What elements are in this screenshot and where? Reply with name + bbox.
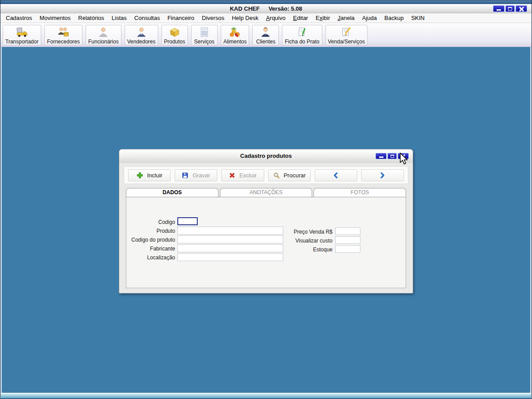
codigo-label: Codigo [126, 219, 175, 225]
toolbar-label: Clientes [256, 39, 275, 44]
toolbar-label: Vendedores [127, 39, 156, 44]
estoque-input[interactable] [335, 245, 360, 253]
dialog-close-button[interactable] [398, 153, 409, 159]
visualizar-custo-input[interactable] [335, 236, 360, 244]
toolbar-venda-servicos[interactable]: Venda/Serviços [325, 25, 368, 45]
localizacao-input[interactable] [177, 253, 283, 261]
toolbar-label: Transportador [5, 39, 39, 44]
incluir-label: Incluir [147, 172, 163, 179]
menu-diversos[interactable]: Diversos [202, 15, 224, 21]
toolbar-label: Produtos [164, 39, 185, 44]
excluir-label: Excluir [239, 172, 257, 179]
menu-movimentos[interactable]: Movimentos [39, 15, 70, 21]
fabricante-input[interactable] [177, 244, 283, 252]
visualizar-custo-label: Visualizar custo [284, 238, 332, 244]
toolbar-label: Alimentos [223, 39, 247, 44]
menu-editar[interactable]: Editar [293, 15, 308, 21]
toolbar-transportador[interactable]: Transportador [3, 25, 41, 45]
minimize-button[interactable] [493, 5, 505, 12]
toolbar-ficha-do-prato[interactable]: Ficha do Prato [282, 25, 322, 45]
maximize-button[interactable] [505, 5, 515, 12]
menu-janela[interactable]: Janela [337, 15, 354, 21]
maximize-icon [391, 155, 394, 158]
toolbar-fornecedores[interactable]: Fornecedores [44, 25, 82, 45]
previous-record-button[interactable] [315, 169, 357, 181]
menu-arquivo[interactable]: Arquivo [266, 15, 286, 21]
menu-skin[interactable]: SKIN [411, 15, 424, 21]
toolbar-clientes[interactable]: Clientes [252, 25, 279, 45]
client-icon [259, 26, 272, 39]
tab-dados[interactable]: DADOS [126, 188, 219, 197]
menu-exibir[interactable]: Exibir [316, 15, 330, 21]
minimize-icon [379, 156, 383, 158]
menu-listas[interactable]: Listas [112, 15, 127, 21]
menu-consultas[interactable]: Consultas [134, 15, 160, 21]
preco-venda-input[interactable] [335, 227, 360, 235]
tab-fotos[interactable]: FOTOS [313, 188, 406, 197]
toolbar-label: Venda/Serviços [328, 39, 365, 44]
window-frame-bottom [1, 393, 531, 399]
suppliers-icon [57, 26, 70, 39]
close-button[interactable] [516, 5, 527, 12]
excluir-button[interactable]: Excluir [221, 169, 264, 181]
save-floppy-icon [182, 172, 188, 179]
dados-tab-panel: Codigo Produto Codigo do produto Fabrica… [126, 197, 406, 288]
toolbar: Transportador Fornecedores Funcionários … [0, 23, 532, 47]
menu-ajuda[interactable]: Ajuda [362, 15, 377, 21]
dialog-tabs: DADOS ANOTAÇÕES FOTOS [126, 188, 406, 197]
sale-pencil-icon [340, 26, 352, 39]
toolbar-funcionarios[interactable]: Funcionários [86, 25, 121, 45]
product-box-icon [168, 26, 181, 39]
add-plus-icon [137, 172, 143, 179]
dialog-maximize-button[interactable] [387, 153, 397, 159]
tab-anotacoes[interactable]: ANOTAÇÕES [220, 188, 313, 197]
menu-relatorios[interactable]: Relatórios [78, 15, 104, 21]
toolbar-servicos[interactable]: Serviços [191, 25, 218, 45]
window-title: KAD CHEF Versão: 5.08 [230, 5, 302, 12]
dish-sheet-icon [296, 26, 308, 39]
toolbar-vendedores[interactable]: Vendedores [125, 25, 158, 45]
toolbar-label: Ficha do Prato [285, 39, 319, 44]
produto-input[interactable] [177, 227, 283, 235]
main-titlebar[interactable]: KAD CHEF Versão: 5.08 [0, 4, 532, 13]
incluir-button[interactable]: Incluir [128, 169, 171, 181]
procurar-label: Procurar [284, 172, 306, 179]
dialog-cadastro-produtos: Cadastro produtos Incluir Gravar Excluir… [119, 149, 413, 293]
gravar-button[interactable]: Gravar [175, 169, 217, 181]
maximize-icon [508, 7, 512, 11]
minimize-icon [497, 9, 501, 11]
menu-help-desk[interactable]: Help Desk [232, 15, 258, 21]
localizacao-label: Localização [126, 254, 175, 261]
codigo-input[interactable] [177, 217, 198, 225]
prev-chevron-icon [332, 172, 339, 179]
dialog-button-bar: Incluir Gravar Excluir Procurar [124, 166, 408, 184]
menu-bar: Cadastros Movimentos Relatórios Listas C… [0, 13, 532, 23]
toolbar-label: Fornecedores [47, 39, 80, 44]
app-name: KAD CHEF [230, 5, 259, 12]
menu-cadastros[interactable]: Cadastros [6, 15, 32, 21]
toolbar-produtos[interactable]: Produtos [161, 25, 188, 45]
fabricante-label: Fabricante [126, 246, 175, 252]
preco-venda-label: Preço Venda R$ [284, 229, 332, 235]
search-magnifier-icon [273, 172, 280, 179]
next-record-button[interactable] [361, 169, 404, 181]
dialog-titlebar[interactable]: Cadastro produtos [119, 149, 413, 163]
toolbar-alimentos[interactable]: Alimentos [221, 25, 250, 45]
menu-backup[interactable]: Backup [384, 15, 403, 21]
close-icon [519, 7, 524, 11]
services-doc-icon [198, 26, 211, 39]
procurar-button[interactable]: Procurar [268, 169, 311, 181]
gravar-label: Gravar [192, 172, 210, 179]
menu-financeiro[interactable]: Financeiro [168, 15, 195, 21]
delete-x-icon [229, 172, 235, 179]
dialog-window-controls [376, 153, 409, 159]
dialog-minimize-button[interactable] [376, 153, 387, 159]
employee-icon [97, 26, 110, 39]
toolbar-label: Funcionários [88, 39, 119, 44]
codigo-do-produto-input[interactable] [177, 235, 283, 243]
window-controls [493, 5, 527, 12]
produto-label: Produto [126, 228, 175, 234]
codigo-do-produto-label: Codigo do produto [126, 237, 175, 243]
next-chevron-icon [379, 172, 386, 179]
vendor-icon [135, 26, 148, 39]
